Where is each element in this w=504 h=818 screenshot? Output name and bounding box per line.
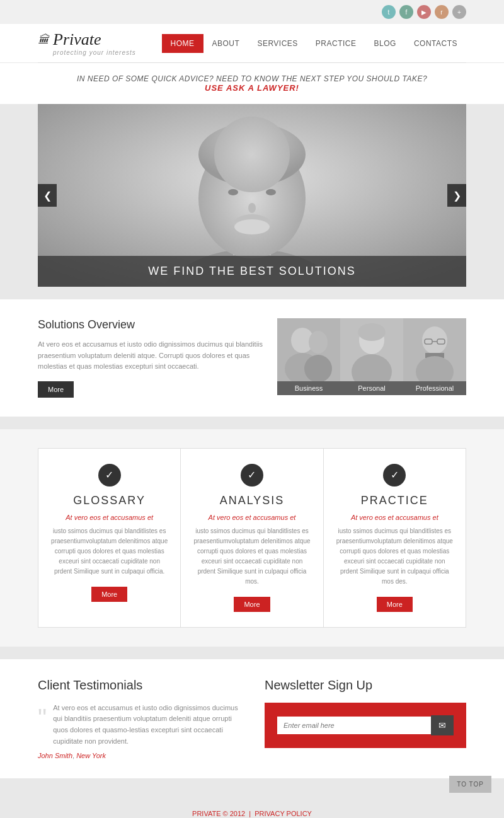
hero-slider: ❮ WE FIND THE BEST SOLUTIONS ❯ xyxy=(38,104,466,287)
solutions-heading: Solutions Overview xyxy=(38,318,265,331)
footer: PRIVATE © 2012 | PRIVACY POLICY 9870 ST.… xyxy=(0,791,504,818)
social-bar: t f ▶ r + xyxy=(0,0,504,24)
analysis-more-button[interactable]: More xyxy=(234,597,270,612)
analysis-check-icon: ✓ xyxy=(241,464,263,487)
email-row: ✉ xyxy=(277,715,454,735)
nav-services[interactable]: SERVICES xyxy=(248,34,306,53)
email-input[interactable] xyxy=(277,717,431,734)
svg-point-7 xyxy=(248,203,256,213)
personal-portrait xyxy=(340,318,403,381)
solution-label-personal: Personal xyxy=(340,381,403,395)
solutions-more-button[interactable]: More xyxy=(38,381,74,398)
hero-caption-text: WE FIND THE BEST SOLUTIONS xyxy=(148,265,355,277)
bottom-sections: Client Testimonials " At vero eos et acc… xyxy=(0,659,504,778)
banner-text: IN NEED OF SOME QUICK ADVICE? NEED TO KN… xyxy=(38,74,466,83)
glossary-subtitle: At vero eos et accusamus et xyxy=(51,514,168,521)
services-row: ✓ GLOSSARY At vero eos et accusamus et i… xyxy=(38,448,466,628)
practice-title: PRACTICE xyxy=(336,494,453,507)
practice-text: iusto ssimos ducimus qui blanditlistes e… xyxy=(336,526,453,587)
testimonials-heading: Client Testimonials xyxy=(38,678,239,693)
solution-image-personal xyxy=(340,318,403,381)
hero-caption: WE FIND THE BEST SOLUTIONS xyxy=(38,256,466,287)
svg-point-9 xyxy=(234,219,270,234)
solutions-body: At vero eos et accusamus et iusto odio d… xyxy=(38,339,265,372)
glossary-text: iusto ssimos ducimus qui blanditlistes e… xyxy=(51,526,168,577)
facebook-icon[interactable]: f xyxy=(399,5,413,19)
solutions-images: Business Personal xyxy=(277,318,466,395)
solution-card-business[interactable]: Business xyxy=(277,318,340,395)
testimonials-section: Client Testimonials " At vero eos et acc… xyxy=(38,678,239,759)
svg-point-13 xyxy=(309,331,328,354)
banner-cta[interactable]: USE ASK A LAWYER! xyxy=(38,83,466,93)
glossary-more-button[interactable]: More xyxy=(91,587,127,602)
practice-more-button[interactable]: More xyxy=(377,597,413,612)
svg-point-14 xyxy=(304,355,332,381)
nav-practice[interactable]: PRACTICE xyxy=(307,34,365,53)
svg-point-18 xyxy=(358,323,386,341)
professional-portrait xyxy=(403,318,466,381)
glossary-title: GLOSSARY xyxy=(51,494,168,507)
twitter-icon[interactable]: t xyxy=(382,5,396,19)
footer-copyright[interactable]: PRIVATE © 2012 xyxy=(192,810,245,817)
solution-label-professional: Professional xyxy=(403,381,466,395)
analysis-title: ANALYSIS xyxy=(193,494,310,507)
quote-mark-icon: " xyxy=(38,708,47,728)
newsletter-section: Newsletter Sign Up ✉ xyxy=(265,678,466,759)
solutions-text: Solutions Overview At vero eos et accusa… xyxy=(38,318,265,398)
nav-home[interactable]: HOME xyxy=(162,34,203,53)
analysis-subtitle: At vero eos et accusamus et xyxy=(193,514,310,521)
nav-contacts[interactable]: CONTACTS xyxy=(405,34,466,53)
practice-subtitle: At vero eos et accusamus et xyxy=(336,514,453,521)
solution-card-professional[interactable]: Professional xyxy=(403,318,466,395)
hero-prev-button[interactable]: ❮ xyxy=(38,184,57,207)
author-name: John Smith xyxy=(38,752,72,759)
solution-label-business: Business xyxy=(277,381,340,395)
service-practice: ✓ PRACTICE At vero eos et accusamus et i… xyxy=(324,449,466,627)
main-nav: HOME ABOUT SERVICES PRACTICE BLOG CONTAC… xyxy=(162,34,466,53)
nav-about[interactable]: ABOUT xyxy=(203,34,249,53)
glossary-check-icon: ✓ xyxy=(98,464,121,487)
solution-image-professional xyxy=(403,318,466,381)
footer-links: PRIVATE © 2012 | PRIVACY POLICY xyxy=(38,810,466,817)
youtube-icon[interactable]: ▶ xyxy=(417,5,431,19)
email-submit-button[interactable]: ✉ xyxy=(431,715,454,735)
logo-text: Private xyxy=(53,30,101,49)
plus-icon[interactable]: + xyxy=(452,5,466,19)
banner: IN NEED OF SOME QUICK ADVICE? NEED TO KN… xyxy=(0,63,504,104)
newsletter-heading: Newsletter Sign Up xyxy=(265,678,466,693)
spacer-4 xyxy=(0,778,504,791)
service-glossary: ✓ GLOSSARY At vero eos et accusamus et i… xyxy=(38,449,181,627)
to-top-button[interactable]: TO TOP xyxy=(449,776,491,793)
rss-icon[interactable]: r xyxy=(435,5,449,19)
header: 🏛 Private protecting your interests HOME… xyxy=(0,24,504,62)
business-portrait xyxy=(277,318,340,381)
practice-check-icon: ✓ xyxy=(383,464,406,487)
service-analysis: ✓ ANALYSIS At vero eos et accusamus et i… xyxy=(181,449,323,627)
svg-point-20 xyxy=(422,326,447,354)
analysis-text: iusto ssimos ducimus qui blanditlistes e… xyxy=(193,526,310,587)
spacer-2 xyxy=(0,417,504,429)
newsletter-box: ✉ xyxy=(265,703,466,748)
svg-point-6 xyxy=(266,189,276,195)
testimonial-author: John Smith, New York xyxy=(38,752,239,759)
gray-section: ✓ GLOSSARY At vero eos et accusamus et i… xyxy=(0,429,504,647)
nav-blog[interactable]: BLOG xyxy=(365,34,405,53)
svg-point-3 xyxy=(198,139,306,258)
logo-icon: 🏛 xyxy=(38,33,49,47)
svg-point-4 xyxy=(198,123,306,186)
hero-next-button[interactable]: ❯ xyxy=(447,184,466,207)
author-location: New York xyxy=(76,752,106,759)
logo-area: 🏛 Private protecting your interests xyxy=(38,30,136,56)
footer-privacy[interactable]: PRIVACY POLICY xyxy=(255,810,312,817)
solutions-section: Solutions Overview At vero eos et accusa… xyxy=(38,299,466,417)
solution-card-personal[interactable]: Personal xyxy=(340,318,403,395)
logo-subtitle: protecting your interests xyxy=(53,49,136,56)
svg-point-5 xyxy=(228,189,238,195)
testimonial-block: " At vero eos et accusamus et iusto odio… xyxy=(38,703,239,747)
spacer-1 xyxy=(0,287,504,299)
solution-image-business xyxy=(277,318,340,381)
spacer-3 xyxy=(0,647,504,659)
testimonial-quote: At vero eos et accusamus et iusto odio d… xyxy=(53,703,239,747)
main-content: Solutions Overview At vero eos et accusa… xyxy=(0,299,504,417)
logo-title: 🏛 Private xyxy=(38,30,136,49)
